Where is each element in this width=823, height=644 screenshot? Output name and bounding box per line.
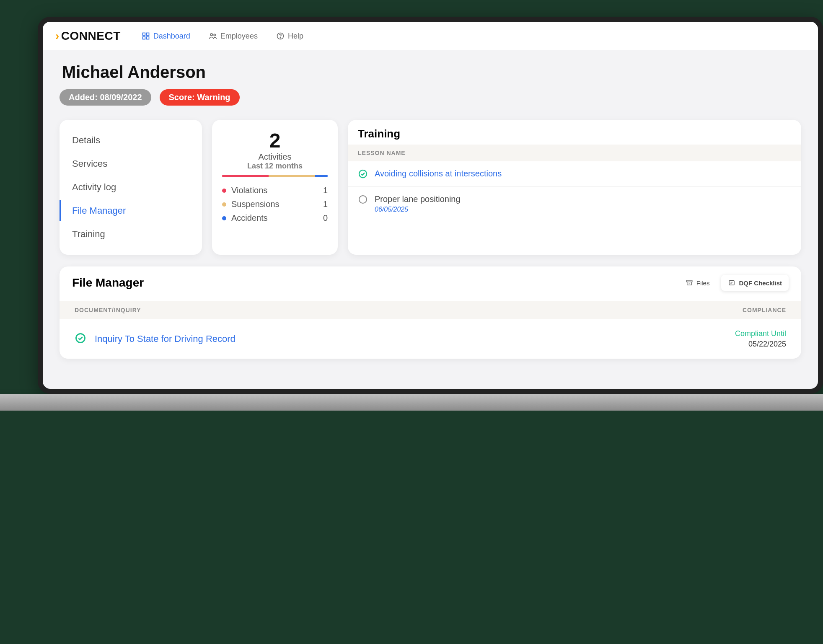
training-lesson: Proper lane positioning — [375, 194, 461, 204]
laptop-base — [0, 394, 823, 411]
activity-bar-segment — [222, 175, 269, 177]
badge-row: Added: 08/09/2022 Score: Warning — [60, 89, 801, 106]
legend-dot-icon — [222, 216, 226, 220]
nav-help[interactable]: Help — [276, 32, 303, 41]
activities-bar — [222, 175, 328, 177]
legend-value: 1 — [323, 199, 328, 209]
nav-employees[interactable]: Employees — [209, 32, 258, 41]
people-icon — [209, 32, 217, 40]
tab-files[interactable]: Files — [679, 275, 717, 291]
legend-label: Accidents — [231, 213, 268, 223]
tab-files-label: Files — [696, 279, 710, 287]
activities-period: Last 12 months — [247, 162, 303, 171]
empty-circle-icon — [358, 194, 368, 204]
file-manager-row: Inquiry To State for Driving Record Comp… — [60, 319, 801, 359]
section-nav-card: DetailsServicesActivity logFile ManagerT… — [60, 120, 202, 255]
nav-employees-label: Employees — [220, 32, 258, 41]
file-manager-columns: DOCUMENT/INQUIRY COMPLIANCE — [60, 301, 801, 319]
brand-logo: › CONNECT — [55, 29, 121, 43]
activities-label: Activities — [259, 152, 292, 162]
compliance-cell: Compliant Until 05/22/2025 — [735, 329, 786, 349]
legend-value: 0 — [323, 213, 328, 223]
svg-rect-3 — [146, 37, 149, 39]
check-circle-icon — [75, 332, 86, 346]
sidebar-item-file-manager[interactable]: File Manager — [60, 200, 202, 221]
document-link[interactable]: Inquiry To State for Driving Record — [95, 334, 236, 344]
nav-help-label: Help — [288, 32, 303, 41]
app-window: › CONNECT Dashboard Employees Help Micha… — [38, 17, 823, 394]
legend-label: Suspensions — [231, 199, 280, 209]
nav-dashboard-label: Dashboard — [153, 32, 190, 41]
col-document: DOCUMENT/INQUIRY — [75, 307, 141, 313]
legend-label: Violations — [231, 186, 267, 195]
compliance-status: Compliant Until — [735, 329, 786, 338]
file-manager-tabs: Files DQF Checklist — [679, 275, 789, 291]
help-icon — [276, 32, 285, 40]
activity-bar-segment — [269, 175, 315, 177]
activities-legend: Violations1Suspensions1Accidents0 — [222, 186, 328, 223]
page-body: Michael Anderson Added: 08/09/2022 Score… — [43, 50, 818, 384]
logo-chevron-icon: › — [55, 29, 60, 43]
page-title: Michael Anderson — [62, 63, 801, 82]
score-badge: Score: Warning — [160, 89, 240, 106]
training-row: Avoiding collisions at intersections — [348, 161, 801, 187]
cards-row: DetailsServicesActivity logFile ManagerT… — [60, 120, 801, 255]
training-title: Training — [348, 120, 801, 145]
topbar: › CONNECT Dashboard Employees Help — [43, 22, 818, 50]
svg-rect-10 — [686, 280, 692, 282]
legend-dot-icon — [222, 189, 226, 193]
check-circle-icon — [358, 169, 368, 179]
legend-value: 1 — [323, 186, 328, 195]
file-manager-header: File Manager Files DQF Checklist — [60, 266, 801, 295]
training-lesson[interactable]: Avoiding collisions at intersections — [375, 169, 502, 178]
file-manager-title: File Manager — [72, 276, 144, 290]
svg-point-9 — [359, 196, 367, 203]
tab-dqf-checklist[interactable]: DQF Checklist — [721, 275, 789, 291]
sidebar-item-services[interactable]: Services — [60, 153, 202, 174]
svg-point-7 — [280, 38, 280, 38]
tab-dqf-label: DQF Checklist — [739, 279, 782, 287]
nav-dashboard[interactable]: Dashboard — [142, 32, 190, 41]
activity-bar-segment — [315, 175, 328, 177]
legend-row: Accidents0 — [222, 213, 328, 223]
col-compliance: COMPLIANCE — [743, 307, 786, 313]
sidebar-item-details[interactable]: Details — [60, 130, 202, 151]
training-column-header: LESSON NAME — [348, 145, 801, 161]
svg-rect-1 — [146, 33, 149, 36]
added-badge: Added: 08/09/2022 — [60, 89, 151, 106]
compliance-date: 05/22/2025 — [735, 340, 786, 349]
training-card: Training LESSON NAME Avoiding collisions… — [348, 120, 801, 255]
brand-text: CONNECT — [61, 29, 121, 43]
grid-icon — [142, 32, 150, 40]
activities-card: 2 Activities Last 12 months Violations1S… — [212, 120, 338, 255]
legend-row: Suspensions1 — [222, 199, 328, 209]
svg-rect-2 — [142, 37, 145, 39]
legend-row: Violations1 — [222, 186, 328, 195]
activities-count: 2 — [269, 129, 281, 152]
training-date: 06/05/2025 — [375, 206, 461, 213]
svg-point-5 — [214, 34, 215, 36]
checklist-icon — [728, 279, 735, 287]
sidebar-item-activity-log[interactable]: Activity log — [60, 177, 202, 198]
training-row: Proper lane positioning06/05/2025 — [348, 187, 801, 221]
svg-rect-0 — [142, 33, 145, 36]
legend-dot-icon — [222, 202, 226, 207]
file-manager-card: File Manager Files DQF Checklist DOCUMEN… — [60, 266, 801, 359]
archive-icon — [686, 279, 693, 287]
nav-links: Dashboard Employees Help — [142, 32, 303, 41]
svg-point-4 — [210, 34, 212, 36]
sidebar-item-training[interactable]: Training — [60, 224, 202, 245]
